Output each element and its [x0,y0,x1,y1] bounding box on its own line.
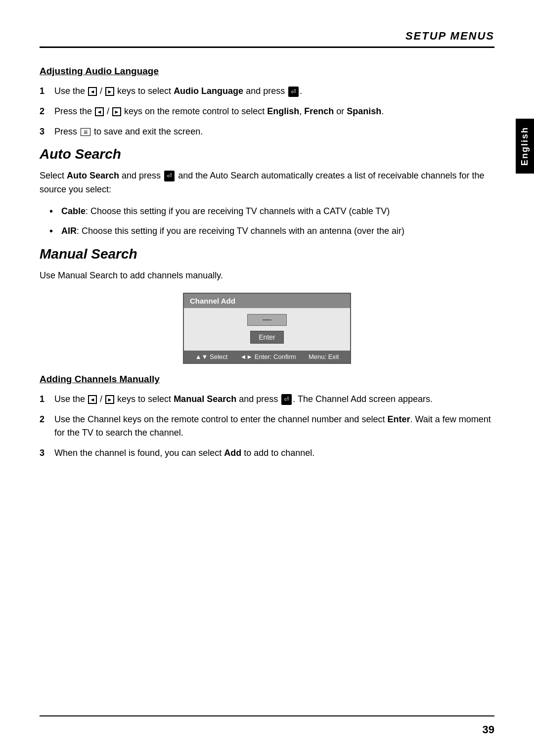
manual-step-2: 2 Use the Channel keys on the remote con… [40,413,494,440]
left-arrow-icon-2 [95,107,104,116]
step-3: 3 Press to save and exit the screen. [40,125,494,138]
audio-language-steps: 1 Use the / keys to select Audio Languag… [40,85,494,138]
manual-search-intro: Use Manual Search to add channels manual… [40,269,494,283]
manual-step-2-num: 2 [40,413,54,440]
step-1-num: 1 [40,85,54,98]
right-arrow-icon-2 [112,107,121,116]
page-container: SETUP MENUS English Adjusting Audio Lang… [0,0,534,756]
bullet-dot-2: • [49,223,61,238]
ok-icon: ⏎ [288,87,299,97]
english-tab: English [516,119,534,174]
bullet-cable-content: Cable: Choose this setting if you are re… [61,205,494,219]
audio-language-bold: Audio Language [174,86,243,96]
top-rule [40,46,494,48]
ok-icon-2: ⏎ [164,171,175,181]
manual-step-3-num: 3 [40,446,54,460]
header: SETUP MENUS [40,30,494,43]
auto-search-title: Auto Search [40,146,494,162]
manual-step-1: 1 Use the / keys to select Manual Search… [40,393,494,406]
manual-step-1-num: 1 [40,393,54,406]
dialog-enter-button[interactable]: Enter [250,331,283,344]
auto-search-bold: Auto Search [67,171,119,180]
manual-search-title: Manual Search [40,246,494,262]
menu-icon [81,128,90,136]
adjusting-audio-language-heading: Adjusting Audio Language [40,66,494,77]
dialog-title: Channel Add [184,294,350,308]
footer-confirm: ◄► Enter: Confirm [240,353,296,360]
manual-search-steps: 1 Use the / keys to select Manual Search… [40,393,494,460]
dialog-footer: ▲▼ Select ◄► Enter: Confirm Menu: Exit [184,351,350,363]
french-bold: French [304,106,334,116]
bottom-area: 39 [40,715,494,736]
cable-bold: Cable [61,206,86,216]
dialog-dash: — [263,314,271,325]
step-3-content: Press to save and exit the screen. [54,125,494,138]
step-2-content: Press the / keys on the remote control t… [54,105,494,118]
add-bold: Add [224,448,241,458]
step-2-num: 2 [40,105,54,118]
dialog-input-field: — [247,314,287,326]
bullet-cable: • Cable: Choose this setting if you are … [49,205,494,219]
left-arrow-icon [88,87,97,96]
left-arrow-icon-3 [88,395,97,404]
enter-bold: Enter [387,414,410,424]
dialog-wrapper: Channel Add — Enter ▲▼ Select ◄► Enter: … [40,293,494,364]
bullet-air-content: AIR: Choose this setting if you are rece… [61,224,494,238]
manual-step-3: 3 When the channel is found, you can sel… [40,446,494,460]
ok-icon-3: ⏎ [281,394,292,405]
footer-exit: Menu: Exit [309,353,339,360]
bottom-rule [40,715,494,716]
manual-step-2-content: Use the Channel keys on the remote contr… [54,413,494,440]
auto-search-bullets: • Cable: Choose this setting if you are … [49,205,494,238]
step-3-num: 3 [40,125,54,138]
footer-select: ▲▼ Select [195,353,227,360]
channel-add-dialog: Channel Add — Enter ▲▼ Select ◄► Enter: … [183,293,351,364]
dialog-body: — Enter [184,308,350,351]
spanish-bold: Spanish [347,106,381,116]
step-1: 1 Use the / keys to select Audio Languag… [40,85,494,98]
step-1-content: Use the / keys to select Audio Language … [54,85,494,98]
adding-channels-manually-heading: Adding Channels Manually [40,374,494,385]
step-2: 2 Press the / keys on the remote control… [40,105,494,118]
right-arrow-icon-3 [105,395,114,404]
manual-search-bold: Manual Search [174,394,236,404]
manual-step-1-content: Use the / keys to select Manual Search a… [54,393,494,406]
page-number: 39 [40,723,494,736]
bullet-air: • AIR: Choose this setting if you are re… [49,224,494,238]
bullet-dot-1: • [49,204,61,219]
header-title: SETUP MENUS [405,30,494,43]
air-bold: AIR [61,226,77,236]
manual-step-3-content: When the channel is found, you can selec… [54,446,494,460]
auto-search-intro: Select Auto Search and press ⏎ and the A… [40,169,494,197]
right-arrow-icon [105,87,114,96]
english-bold: English [267,106,299,116]
